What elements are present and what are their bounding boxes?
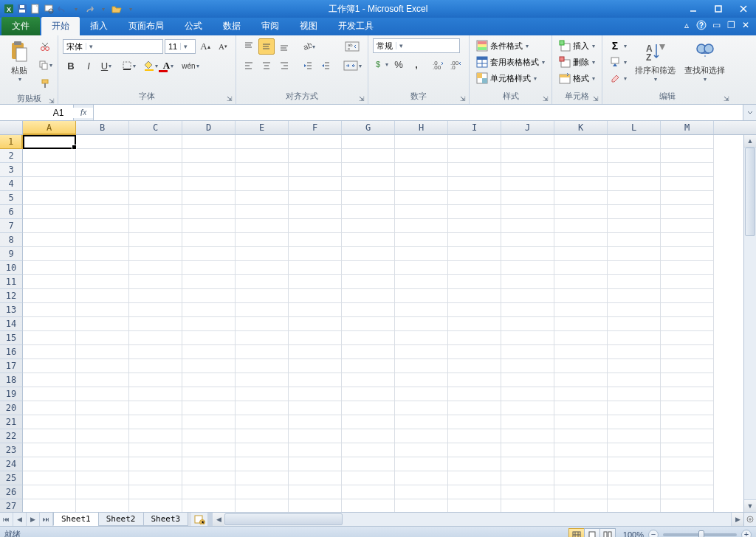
cell[interactable] — [236, 471, 289, 485]
autosum-button[interactable]: Σ▾ — [607, 38, 629, 53]
cell[interactable] — [23, 163, 76, 177]
bold-button[interactable]: B — [63, 58, 79, 74]
cell[interactable] — [342, 135, 395, 149]
align-center-button[interactable] — [258, 58, 275, 74]
cell[interactable] — [608, 191, 661, 205]
row-header[interactable]: 13 — [0, 303, 23, 317]
cell[interactable] — [554, 261, 608, 275]
row-header[interactable]: 20 — [0, 401, 23, 415]
cell[interactable] — [23, 261, 76, 275]
cell[interactable] — [342, 429, 395, 443]
column-header[interactable]: G — [342, 121, 395, 134]
align-right-button[interactable] — [276, 58, 292, 74]
cell[interactable] — [608, 345, 661, 359]
cell[interactable] — [76, 275, 129, 289]
cell[interactable] — [448, 191, 501, 205]
cell[interactable] — [23, 205, 76, 219]
row-header[interactable]: 17 — [0, 359, 23, 373]
cell[interactable] — [342, 303, 395, 317]
phonetic-button[interactable]: wén▾ — [182, 58, 199, 74]
row-header[interactable]: 7 — [0, 219, 23, 233]
cell[interactable] — [395, 135, 448, 149]
cell[interactable] — [501, 429, 554, 443]
cell[interactable] — [554, 275, 608, 289]
cell[interactable] — [395, 443, 448, 457]
cell[interactable] — [76, 205, 129, 219]
formula-bar-expand-icon[interactable] — [743, 105, 756, 120]
cell[interactable] — [554, 135, 608, 149]
cell[interactable] — [182, 457, 236, 471]
cell[interactable] — [342, 443, 395, 457]
cell[interactable] — [289, 177, 342, 191]
wrap-text-button[interactable]: abc — [341, 38, 363, 55]
cell[interactable] — [342, 471, 395, 485]
underline-button[interactable]: U▾ — [98, 58, 114, 74]
new-sheet-button[interactable]: ★ — [191, 513, 207, 526]
cell[interactable] — [129, 471, 182, 485]
cell[interactable] — [395, 163, 448, 177]
cell[interactable] — [182, 303, 236, 317]
cell[interactable] — [23, 499, 76, 512]
cell[interactable] — [501, 233, 554, 247]
cell[interactable] — [661, 149, 714, 163]
cell[interactable] — [236, 317, 289, 331]
cell[interactable] — [608, 443, 661, 457]
format-painter-button[interactable] — [37, 75, 53, 91]
font-name-combo[interactable]: 宋体▾ — [63, 39, 163, 54]
row-header[interactable]: 1 — [0, 135, 23, 149]
cell[interactable] — [23, 471, 76, 485]
cell[interactable] — [448, 359, 501, 373]
cell[interactable] — [448, 163, 501, 177]
cell[interactable] — [608, 247, 661, 261]
cell[interactable] — [129, 415, 182, 429]
row-header[interactable]: 10 — [0, 261, 23, 275]
save-icon[interactable] — [16, 3, 28, 15]
cell[interactable] — [501, 275, 554, 289]
scroll-down-button[interactable]: ▼ — [744, 499, 756, 512]
cell[interactable] — [129, 331, 182, 345]
conditional-format-button[interactable]: 条件格式▾ — [474, 38, 547, 53]
cell[interactable] — [554, 191, 608, 205]
cell[interactable] — [608, 177, 661, 191]
cell[interactable] — [23, 317, 76, 331]
row-header[interactable]: 2 — [0, 149, 23, 163]
cell[interactable] — [501, 177, 554, 191]
cell[interactable] — [395, 499, 448, 512]
cell[interactable] — [182, 429, 236, 443]
cell[interactable] — [342, 345, 395, 359]
cell[interactable] — [554, 443, 608, 457]
cell[interactable] — [661, 275, 714, 289]
cell[interactable] — [289, 443, 342, 457]
cell[interactable] — [554, 387, 608, 401]
column-header[interactable]: C — [129, 121, 182, 134]
cell[interactable] — [289, 233, 342, 247]
qat-customize-icon[interactable]: ▾ — [125, 3, 137, 15]
cell[interactable] — [129, 387, 182, 401]
cell[interactable] — [129, 303, 182, 317]
cell[interactable] — [608, 289, 661, 303]
cell[interactable] — [554, 415, 608, 429]
cell[interactable] — [448, 499, 501, 512]
cell[interactable] — [182, 247, 236, 261]
cell[interactable] — [554, 247, 608, 261]
cell[interactable] — [554, 373, 608, 387]
cell[interactable] — [395, 345, 448, 359]
cell[interactable] — [236, 443, 289, 457]
cell[interactable] — [289, 359, 342, 373]
cell[interactable] — [608, 373, 661, 387]
increase-font-button[interactable]: A▴ — [197, 38, 213, 55]
cell[interactable] — [236, 485, 289, 499]
align-top-button[interactable] — [241, 38, 257, 55]
row-header[interactable]: 5 — [0, 191, 23, 205]
scroll-track[interactable] — [744, 148, 756, 499]
cell[interactable] — [501, 443, 554, 457]
cell[interactable] — [501, 499, 554, 512]
cell[interactable] — [395, 289, 448, 303]
decrease-indent-button[interactable] — [300, 58, 316, 74]
cell[interactable] — [129, 177, 182, 191]
cell[interactable] — [236, 149, 289, 163]
cell[interactable] — [448, 457, 501, 471]
row-header[interactable]: 19 — [0, 387, 23, 401]
cell[interactable] — [342, 261, 395, 275]
cell[interactable] — [129, 429, 182, 443]
